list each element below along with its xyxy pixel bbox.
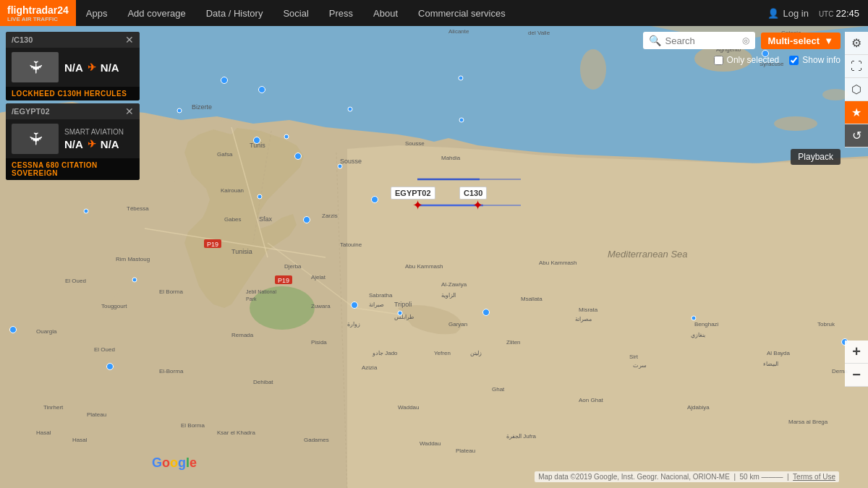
svg-text:Sfax: Sfax bbox=[259, 215, 273, 223]
nav-data-history[interactable]: Data / History bbox=[196, 0, 273, 26]
marker-13[interactable] bbox=[351, 301, 358, 309]
svg-text:Ksar el Khadra: Ksar el Khadra bbox=[217, 429, 255, 436]
marker-5[interactable] bbox=[253, 137, 260, 144]
marker-9[interactable] bbox=[371, 196, 378, 203]
svg-text:El-Borma: El-Borma bbox=[159, 368, 184, 374]
egypt02-route-info: SMART AVIATION N/A ✈ N/A bbox=[64, 128, 134, 150]
svg-text:Abu Kammash: Abu Kammash bbox=[405, 263, 443, 270]
c130-origin: N/A bbox=[64, 61, 83, 74]
show-info-checkbox[interactable] bbox=[789, 56, 799, 65]
logo[interactable]: flightradar24 LIVE AIR TRAFFIC bbox=[0, 0, 76, 26]
svg-text:Tinrhert: Tinrhert bbox=[43, 404, 64, 411]
show-info-label: Show info bbox=[802, 55, 841, 65]
marker-2[interactable] bbox=[177, 108, 182, 114]
search-icon: 🔍 bbox=[649, 35, 661, 46]
c130-panel: /C130 ✕ ✈ N/A ✈ N/A LOCKHEED C130H HERCU… bbox=[6, 32, 140, 100]
svg-text:Gadames: Gadames bbox=[304, 437, 329, 443]
only-selected-filter[interactable]: Only selected bbox=[714, 55, 780, 65]
playback-tooltip: Playback bbox=[791, 149, 841, 165]
c130-arrow-icon: ✈ bbox=[88, 61, 96, 73]
locate-icon[interactable]: ◎ bbox=[742, 35, 749, 46]
marker-19[interactable] bbox=[106, 363, 114, 370]
egypt02-route-row: N/A ✈ N/A bbox=[64, 138, 134, 150]
c130-plane[interactable]: ✦ bbox=[472, 197, 483, 213]
only-selected-checkbox[interactable] bbox=[714, 56, 723, 65]
playback-button[interactable]: ↺ bbox=[845, 124, 868, 147]
marker-4[interactable] bbox=[348, 107, 353, 112]
svg-text:مصراتة: مصراتة bbox=[575, 316, 592, 322]
nav-apps[interactable]: Apps bbox=[76, 0, 118, 26]
marker-15[interactable] bbox=[482, 309, 490, 316]
fullscreen-button[interactable]: ⛶ bbox=[845, 55, 868, 78]
terms-link[interactable]: Terms of Use bbox=[793, 473, 835, 481]
marker-20[interactable] bbox=[692, 316, 697, 321]
egypt02-panel-body: ✈ SMART AVIATION N/A ✈ N/A bbox=[6, 119, 140, 158]
marker-14[interactable] bbox=[398, 311, 403, 316]
c130-panel-body: ✈ N/A ✈ N/A bbox=[6, 48, 140, 87]
egypt02-destination: N/A bbox=[101, 138, 119, 150]
marker-11[interactable] bbox=[303, 216, 310, 223]
nav-social[interactable]: Social bbox=[273, 0, 318, 26]
egypt02-plane[interactable]: ✦ bbox=[412, 197, 423, 213]
c130-thumbnail: ✈ bbox=[12, 52, 59, 82]
svg-text:Sousse: Sousse bbox=[340, 158, 362, 165]
svg-text:Bizerte: Bizerte bbox=[192, 103, 212, 111]
svg-text:بنغازي: بنغازي bbox=[691, 332, 705, 338]
show-info-filter[interactable]: Show info bbox=[789, 55, 841, 65]
svg-text:Marsa al Brega: Marsa al Brega bbox=[788, 419, 828, 425]
marker-16[interactable] bbox=[132, 278, 137, 283]
marker-8[interactable] bbox=[338, 164, 343, 169]
zoom-out-button[interactable]: − bbox=[845, 364, 868, 387]
svg-text:Touggourt: Touggourt bbox=[101, 303, 127, 309]
marker-22[interactable] bbox=[459, 76, 464, 81]
search-input[interactable] bbox=[665, 35, 738, 46]
nav-commercial[interactable]: Commercial services bbox=[408, 0, 516, 26]
egypt02-close-button[interactable]: ✕ bbox=[125, 106, 134, 116]
marker-10[interactable] bbox=[258, 194, 263, 200]
svg-text:Gafsa: Gafsa bbox=[217, 151, 233, 158]
filter-bar: Only selected Show info bbox=[714, 55, 841, 65]
marker-17[interactable] bbox=[9, 326, 17, 333]
svg-text:El Oued: El Oued bbox=[94, 346, 115, 353]
mediterranean-label: Mediterranean Sea bbox=[608, 249, 688, 260]
map-attribution: Map data ©2019 Google, Inst. Geogr. Naci… bbox=[535, 471, 839, 482]
logo-text: flightradar24 bbox=[7, 4, 69, 16]
zoom-in-button[interactable]: + bbox=[845, 341, 868, 364]
favorites-button[interactable]: ★ bbox=[845, 101, 868, 124]
marker-12[interactable] bbox=[459, 118, 464, 123]
marker-1[interactable] bbox=[221, 77, 228, 84]
svg-text:Msallata: Msallata bbox=[521, 296, 542, 302]
right-toolbar: ⚙ ⛶ ⬡ ★ ↺ bbox=[845, 32, 868, 147]
svg-text:Remada: Remada bbox=[231, 332, 254, 338]
nav-press[interactable]: Press bbox=[319, 0, 363, 26]
marker-7[interactable] bbox=[294, 153, 302, 160]
login-button[interactable]: 👤 Log in bbox=[767, 8, 808, 19]
svg-text:Sabratha: Sabratha bbox=[369, 292, 393, 299]
marker-6[interactable] bbox=[284, 134, 289, 140]
nav-add-coverage[interactable]: Add coverage bbox=[117, 0, 195, 26]
zoom-controls: + − bbox=[845, 341, 868, 387]
svg-text:Sousse: Sousse bbox=[405, 140, 425, 147]
svg-text:Pisida: Pisida bbox=[311, 339, 327, 346]
c130-destination: N/A bbox=[101, 61, 119, 74]
filter-button[interactable]: ⬡ bbox=[845, 78, 868, 101]
marker-3[interactable] bbox=[258, 86, 265, 93]
multi-select-button[interactable]: Multi-select ▼ bbox=[761, 33, 841, 49]
svg-text:Misrata: Misrata bbox=[579, 307, 598, 313]
c130-close-button[interactable]: ✕ bbox=[125, 35, 134, 45]
nav-about[interactable]: About bbox=[363, 0, 408, 26]
svg-text:Zarzis: Zarzis bbox=[322, 213, 338, 219]
marker-18[interactable] bbox=[84, 209, 89, 214]
svg-text:Waddau: Waddau bbox=[398, 404, 420, 411]
settings-button[interactable]: ⚙ bbox=[845, 32, 868, 55]
svg-text:El Borma: El Borma bbox=[159, 288, 183, 295]
svg-text:Djerba: Djerba bbox=[284, 263, 302, 270]
svg-text:El Borma: El Borma bbox=[181, 422, 205, 429]
c130-plane-thumb-icon: ✈ bbox=[25, 60, 46, 74]
svg-text:Zliten: Zliten bbox=[506, 339, 521, 346]
c130-callsign: /C130 bbox=[12, 35, 121, 44]
svg-text:Al-Zawiya: Al-Zawiya bbox=[441, 281, 467, 288]
egypt02-arrow-icon: ✈ bbox=[88, 138, 96, 150]
svg-text:P19: P19 bbox=[278, 277, 289, 284]
svg-text:زليتن: زليتن bbox=[470, 350, 482, 356]
